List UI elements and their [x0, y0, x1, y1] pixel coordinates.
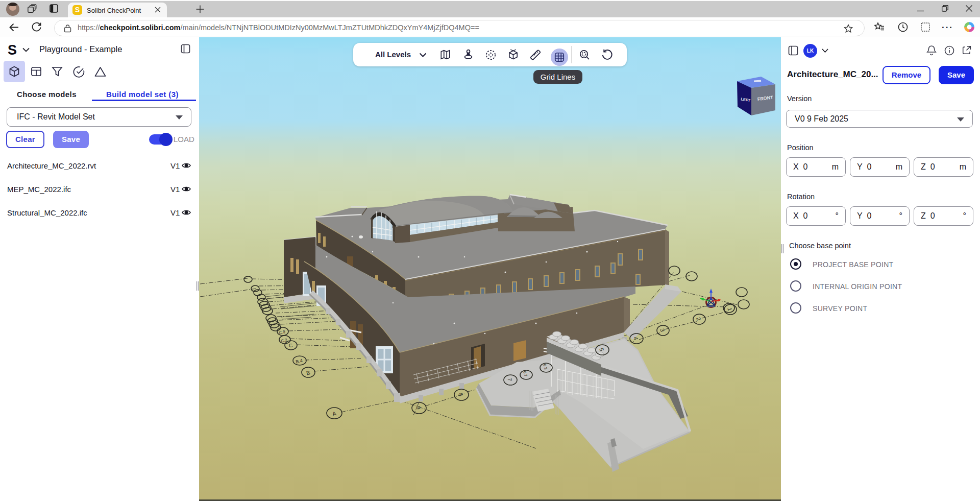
svg-text:C: C	[288, 342, 293, 348]
svg-text:2: 2	[695, 317, 702, 321]
svg-text:1: 1	[726, 307, 733, 312]
svg-text:B.4: B.4	[295, 358, 303, 365]
svg-text:A: A	[332, 410, 337, 417]
svg-text:C.9: C.9	[279, 329, 286, 336]
svg-text:B: B	[306, 369, 311, 376]
svg-text:8: 8	[457, 392, 464, 397]
svg-text:C.2: C.2	[281, 338, 288, 344]
svg-text:3: 3	[659, 328, 666, 332]
